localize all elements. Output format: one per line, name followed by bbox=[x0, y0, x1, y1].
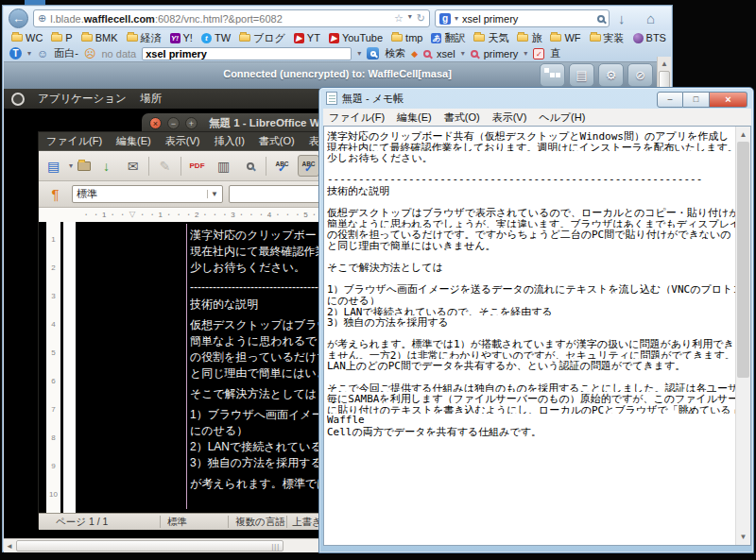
paragraph-style-combo[interactable]: 標準 ▼ bbox=[72, 185, 223, 203]
twitter-icon: t bbox=[201, 33, 212, 43]
bookmark-tabi[interactable]: 旅 bbox=[517, 31, 541, 45]
spellcheck-icon[interactable]: ABC✓ bbox=[271, 155, 293, 177]
horizontal-scroll-thumb[interactable]: ||| bbox=[16, 540, 284, 552]
bookmark-wf[interactable]: WF bbox=[550, 32, 580, 43]
menu-view[interactable]: 表示(V) bbox=[492, 110, 527, 125]
bookmark-tenki[interactable]: 天気 bbox=[473, 31, 508, 45]
language-label[interactable]: 複数の言語 bbox=[235, 516, 285, 529]
text-line bbox=[327, 250, 736, 262]
reload-icon[interactable]: ↻ bbox=[417, 12, 425, 25]
menu-edit[interactable]: 編集(E) bbox=[397, 110, 432, 125]
bookmark-bmk[interactable]: BMK bbox=[81, 32, 118, 43]
bookmark-keizai[interactable]: 経済 bbox=[127, 31, 162, 45]
folder-icon bbox=[391, 34, 403, 42]
bookmark-yt[interactable]: ▶YT bbox=[294, 32, 320, 43]
bookmark-translate[interactable]: あ翻訳 bbox=[431, 31, 465, 45]
ruler-number: 10 bbox=[46, 490, 60, 513]
menu-file[interactable]: ファイル(F) bbox=[46, 134, 102, 148]
engine-dropdown-icon[interactable]: ▾ bbox=[455, 14, 458, 23]
menu-file[interactable]: ファイル(F) bbox=[329, 110, 385, 125]
writer-maximize-icon[interactable]: + bbox=[185, 117, 198, 129]
save-icon[interactable]: ↓ bbox=[95, 155, 117, 177]
minimize-button[interactable]: – bbox=[657, 92, 683, 108]
menu-format[interactable]: 書式(O) bbox=[444, 110, 480, 125]
print-icon[interactable]: ▥ bbox=[213, 155, 234, 177]
notepad-title: 無題 - メモ帳 bbox=[342, 92, 404, 106]
crying-face-icon[interactable]: ☹ bbox=[84, 47, 96, 60]
settings-gear-icon[interactable]: ⚙ bbox=[598, 63, 624, 87]
email-icon[interactable]: ✉ bbox=[122, 155, 144, 177]
url-bar[interactable]: ⊕ l.blade.wafflecell.com:6082/vnc.html?&… bbox=[33, 9, 430, 27]
paragraph-style-icon[interactable]: ¶ bbox=[44, 183, 66, 205]
writer-close-icon[interactable]: × bbox=[149, 117, 162, 129]
naosu-label[interactable]: 直 bbox=[550, 46, 560, 60]
turbo-dropdown-icon[interactable]: ▾ bbox=[27, 49, 31, 58]
bookmark-tmp[interactable]: tmp bbox=[391, 32, 422, 43]
quick-xsel-label[interactable]: xsel bbox=[437, 48, 455, 59]
quick-primery-icon[interactable] bbox=[471, 50, 478, 58]
menu-edit[interactable]: 編集(E) bbox=[116, 134, 151, 148]
scroll-left-icon[interactable]: ◄ bbox=[4, 542, 15, 551]
search-engine-icon[interactable]: g bbox=[439, 13, 451, 25]
export-pdf-icon[interactable]: PDF bbox=[186, 155, 208, 177]
writer-minimize-icon[interactable]: − bbox=[167, 117, 180, 129]
scroll-up-icon[interactable]: ▲ bbox=[736, 130, 750, 139]
quick-search-dropdown-icon[interactable]: ▾ bbox=[357, 49, 361, 58]
text-line: 2）LANで接続されているので、そこを経由する bbox=[327, 305, 736, 316]
menu-help[interactable]: ヘルプ(H) bbox=[539, 110, 585, 125]
extra-keys-icon[interactable] bbox=[540, 63, 565, 87]
smiley-icon[interactable]: ☺ bbox=[37, 47, 48, 60]
home-button[interactable]: ⌂ bbox=[646, 10, 655, 26]
bookmark-yahoo[interactable]: Y!Y! bbox=[170, 32, 193, 43]
auto-spellcheck-icon[interactable]: ABC✓ bbox=[298, 155, 319, 177]
new-document-icon[interactable]: ▤ bbox=[43, 155, 64, 177]
menu-view[interactable]: 表示(V) bbox=[165, 134, 200, 148]
quick-primery-dropdown-icon[interactable]: ▾ bbox=[524, 49, 527, 58]
notepad-scroll-thumb[interactable] bbox=[737, 142, 749, 378]
url-dropdown-icon[interactable]: ▾ bbox=[408, 12, 412, 25]
combo-dropdown-icon[interactable]: ▼ bbox=[207, 190, 218, 198]
bookmark-twitter[interactable]: tTW bbox=[201, 32, 231, 43]
kensaku-label[interactable]: 検索 bbox=[385, 46, 405, 60]
bookmark-p[interactable]: P bbox=[51, 32, 72, 43]
downloads-button[interactable]: ↓ bbox=[618, 10, 626, 26]
menu-format[interactable]: 書式(O) bbox=[259, 134, 295, 148]
menu-insert[interactable]: 挿入(I) bbox=[214, 134, 244, 148]
notepad-text-area[interactable]: 漢字対応のクリップボード共有（仮想デスクトップとWindows間）のアプリを作成… bbox=[324, 127, 736, 545]
bookmark-star-icon[interactable]: ☆ bbox=[394, 12, 404, 25]
turbo-icon[interactable]: T bbox=[9, 47, 22, 59]
search-go-icon[interactable] bbox=[597, 15, 605, 23]
vertical-ruler[interactable]: 1234567891011 bbox=[46, 222, 60, 513]
new-dropdown-icon[interactable]: ▾ bbox=[69, 161, 73, 170]
distro-logo-icon[interactable] bbox=[11, 93, 25, 106]
close-button[interactable]: × bbox=[710, 92, 747, 108]
back-button[interactable]: ← bbox=[9, 8, 28, 28]
clipboard-icon[interactable]: ▤ bbox=[569, 63, 594, 87]
insert-mode-label[interactable]: 上書き bbox=[292, 516, 322, 529]
page-style-label[interactable]: 標準 bbox=[167, 516, 187, 529]
maximize-button[interactable]: □ bbox=[683, 92, 710, 108]
open-icon[interactable] bbox=[77, 161, 91, 171]
gnome-menu-places[interactable]: 場所 bbox=[140, 92, 162, 106]
notepad-vertical-scrollbar[interactable]: ▲ ▼ bbox=[735, 127, 750, 545]
quick-xsel-dropdown-icon[interactable]: ▾ bbox=[461, 49, 465, 58]
naosu-icon[interactable]: ✓ bbox=[533, 48, 544, 59]
search-bar[interactable]: g ▾ xsel primery bbox=[435, 9, 610, 27]
bookmark-jisso[interactable]: 実装 bbox=[590, 31, 625, 45]
search-value[interactable]: xsel primery bbox=[462, 13, 593, 25]
quick-xsel-icon[interactable] bbox=[423, 50, 431, 58]
gnome-menu-applications[interactable]: アプリケーション bbox=[38, 92, 127, 106]
scroll-up-icon[interactable]: ▲ bbox=[658, 59, 671, 68]
bookmark-youtube[interactable]: ▶YouTube bbox=[329, 32, 383, 43]
kensaku-search-icon[interactable] bbox=[367, 47, 379, 59]
disconnect-icon[interactable]: ⊘ bbox=[627, 63, 653, 87]
bookmark-bts[interactable]: BTS bbox=[633, 32, 666, 43]
edit-icon[interactable]: ✎ bbox=[154, 155, 176, 177]
print-preview-icon[interactable] bbox=[239, 155, 261, 177]
omoshiro-label[interactable]: 面白- bbox=[54, 46, 78, 60]
bookmark-wc[interactable]: WC bbox=[11, 32, 43, 43]
scroll-down-icon[interactable]: ▼ bbox=[736, 533, 750, 541]
bookmark-blog[interactable]: ブログ bbox=[239, 31, 285, 45]
quick-search-input[interactable] bbox=[142, 47, 352, 60]
quick-primery-label[interactable]: primery bbox=[484, 48, 519, 59]
